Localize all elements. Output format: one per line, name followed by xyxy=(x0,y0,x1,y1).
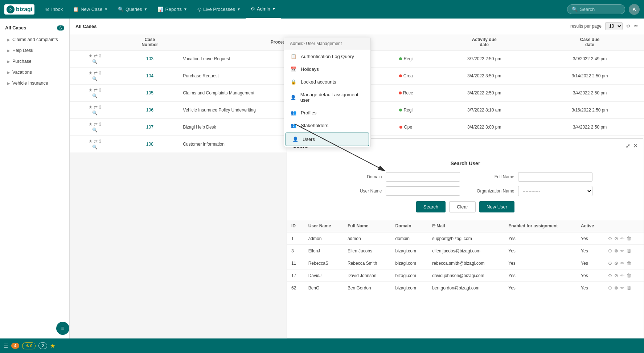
star-icon[interactable]: ★ xyxy=(89,122,93,127)
branch-icon[interactable]: ⑄ xyxy=(99,122,102,127)
user-edit-icon[interactable]: ✏ xyxy=(620,248,624,253)
user-permission-icon[interactable]: ⊙ xyxy=(608,285,612,291)
filter-icon[interactable]: ⚙ xyxy=(626,24,630,29)
nav-reports[interactable]: 📊 Reports ▼ xyxy=(152,0,192,19)
search-box[interactable]: 🔍 xyxy=(567,4,625,14)
user-block-icon[interactable]: ⊗ xyxy=(614,260,618,266)
branch-icon[interactable]: ⑄ xyxy=(99,139,102,144)
share-icon[interactable]: ⇄ xyxy=(94,70,98,76)
results-per-page-select[interactable]: 10 25 50 xyxy=(605,22,623,30)
dropdown-users[interactable]: 👤 Users xyxy=(286,133,369,146)
user-delete-icon[interactable]: 🗑 xyxy=(627,285,631,291)
zoom-icon[interactable]: 🔍 xyxy=(92,145,98,150)
branch-icon[interactable]: ⑄ xyxy=(99,88,102,93)
bottom-star-icon[interactable]: ★ xyxy=(50,342,55,349)
share-icon[interactable]: ⇄ xyxy=(94,122,98,127)
case-number[interactable]: 104 xyxy=(120,68,179,85)
dropdown-stakeholders[interactable]: 👥 Stakeholders xyxy=(284,119,370,132)
user-delete-icon[interactable]: 🗑 xyxy=(627,273,631,278)
bottom-menu-icon[interactable]: ☰ xyxy=(4,343,8,349)
dropdown-auth-log[interactable]: 📋 Authentication Log Query xyxy=(284,50,370,63)
star-icon[interactable]: ★ xyxy=(89,53,93,58)
vehicle-chevron: ▶ xyxy=(7,81,10,85)
sidebar-item-helpdesk[interactable]: ▶ Help Desk xyxy=(0,45,69,56)
star-icon[interactable]: ★ xyxy=(89,88,93,93)
user-actions: ⊙ ⊗ ✏ 🗑 xyxy=(604,232,644,245)
user-delete-icon[interactable]: 🗑 xyxy=(627,236,631,241)
new-case-arrow: ▼ xyxy=(104,7,108,11)
branch-icon[interactable]: ⑄ xyxy=(99,70,102,76)
user-id: 3 xyxy=(287,245,304,257)
user-edit-icon[interactable]: ✏ xyxy=(620,273,624,278)
domain-input[interactable] xyxy=(386,172,460,182)
share-icon[interactable]: ⇄ xyxy=(94,139,98,144)
activity-due-date: 3/4/2022 3:00 pm xyxy=(433,119,535,136)
branch-icon[interactable]: ⑄ xyxy=(99,53,102,58)
case-number[interactable]: 108 xyxy=(120,136,179,153)
dropdown-locked[interactable]: 🔒 Locked accounts xyxy=(284,76,370,88)
star-icon[interactable]: ★ xyxy=(89,70,93,76)
user-edit-icon[interactable]: ✏ xyxy=(620,236,624,241)
panel-expand-button[interactable]: ⤢ xyxy=(625,142,630,149)
user-block-icon[interactable]: ⊗ xyxy=(614,285,618,291)
sidebar-item-vacations[interactable]: ▶ Vacations xyxy=(0,67,69,78)
bottom-badge-yellow[interactable]: ⚠ 0 xyxy=(22,342,36,349)
fullname-input[interactable] xyxy=(518,172,592,182)
zoom-icon[interactable]: 🔍 xyxy=(92,76,98,81)
eye-icon[interactable]: 👁 xyxy=(634,24,638,29)
user-block-icon[interactable]: ⊗ xyxy=(614,236,618,241)
zoom-icon[interactable]: 🔍 xyxy=(92,127,98,133)
nav-admin[interactable]: ⚙ Admin ▼ xyxy=(246,0,281,19)
zoom-icon[interactable]: 🔍 xyxy=(92,93,98,98)
logo-icon: b xyxy=(7,5,15,13)
user-permission-icon[interactable]: ⊙ xyxy=(608,273,612,278)
star-icon[interactable]: ★ xyxy=(89,139,93,144)
case-number[interactable]: 103 xyxy=(120,50,179,68)
sidebar-item-vehicle[interactable]: ▶ Vehicle Insurance xyxy=(0,78,69,89)
nav-inbox[interactable]: ✉ Inbox xyxy=(40,0,68,19)
orgname-select[interactable]: ------------ xyxy=(518,186,592,196)
sidebar-item-purchase[interactable]: ▶ Purchase xyxy=(0,56,69,67)
search-button[interactable]: Search xyxy=(416,201,446,212)
zoom-icon[interactable]: 🔍 xyxy=(92,110,98,115)
zoom-icon[interactable]: 🔍 xyxy=(92,59,98,64)
avatar[interactable]: A xyxy=(629,4,640,15)
user-edit-icon[interactable]: ✏ xyxy=(620,260,624,266)
nav-queries[interactable]: 🔍 Queries ▼ xyxy=(113,0,152,19)
dropdown-holidays[interactable]: 📅 Holidays xyxy=(284,63,370,76)
dropdown-profiles[interactable]: 👥 Profiles xyxy=(284,106,370,119)
username-input[interactable] xyxy=(386,186,460,196)
search-input[interactable] xyxy=(580,7,620,12)
new-user-button[interactable]: New User xyxy=(479,201,514,212)
domain-row: Domain xyxy=(339,172,460,182)
user-block-icon[interactable]: ⊗ xyxy=(614,248,618,253)
user-permission-icon[interactable]: ⊙ xyxy=(608,248,612,253)
nav-new-case[interactable]: 📋 New Case ▼ xyxy=(68,0,113,19)
user-block-icon[interactable]: ⊗ xyxy=(614,273,618,278)
user-delete-icon[interactable]: 🗑 xyxy=(627,248,631,253)
share-icon[interactable]: ⇄ xyxy=(94,53,98,58)
bottom-badge-orange[interactable]: 4 xyxy=(11,343,19,349)
sidebar-item-claims[interactable]: ▶ Claims and complaints xyxy=(0,34,69,45)
sidebar-action-button[interactable]: ≡ xyxy=(56,322,69,335)
table-row: 1 admon admon domain support@bizagi.com … xyxy=(287,232,644,245)
share-icon[interactable]: ⇄ xyxy=(94,88,98,93)
panel-close-button[interactable]: ✕ xyxy=(633,142,638,149)
clear-button[interactable]: Clear xyxy=(449,201,476,212)
user-permission-icon[interactable]: ⊙ xyxy=(608,236,612,241)
star-icon[interactable]: ★ xyxy=(89,105,93,110)
logo[interactable]: b bizagi xyxy=(4,4,34,15)
case-number[interactable]: 106 xyxy=(120,102,179,119)
case-number[interactable]: 105 xyxy=(120,85,179,102)
case-number[interactable]: 107 xyxy=(120,119,179,136)
user-permission-icon[interactable]: ⊙ xyxy=(608,260,612,266)
user-enabled: Yes xyxy=(504,257,577,269)
user-delete-icon[interactable]: 🗑 xyxy=(627,260,631,266)
dropdown-manage-default[interactable]: 👤 Manage default assignment user xyxy=(284,88,370,106)
nav-live-processes[interactable]: ◎ Live Processes ▼ xyxy=(192,0,246,19)
share-icon[interactable]: ⇄ xyxy=(94,105,98,110)
row-icons: ★ ⇄ ⑄ 🔍 xyxy=(70,50,120,68)
user-edit-icon[interactable]: ✏ xyxy=(620,285,624,291)
branch-icon[interactable]: ⑄ xyxy=(99,105,102,110)
bottom-badge-teal[interactable]: 2 xyxy=(38,342,47,349)
